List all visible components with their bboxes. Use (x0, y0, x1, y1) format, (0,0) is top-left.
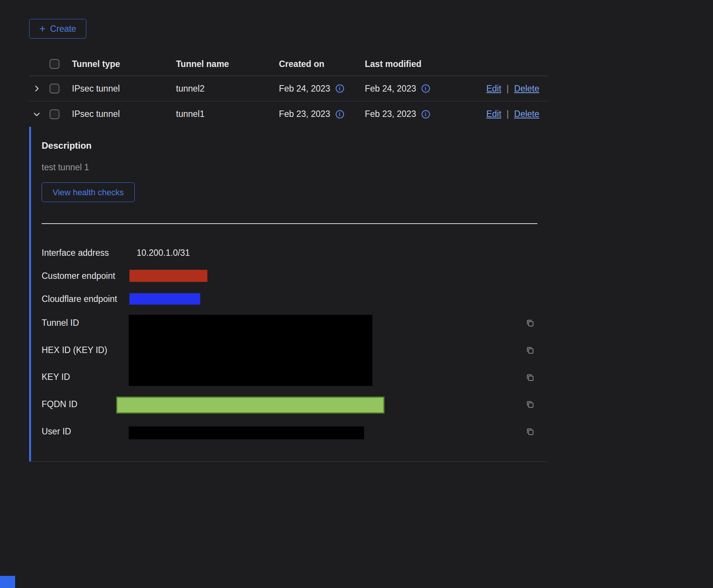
interface-address-value: 10.200.1.0/31 (137, 248, 190, 258)
tunnel-fields: Interface address 10.200.1.0/31 Customer… (42, 242, 538, 446)
tunnels-page: { "colors": { "background": "#1d1d1f", "… (0, 0, 713, 588)
column-header-last-modified: Last modified (365, 59, 548, 69)
user-id-label: User ID (42, 426, 71, 437)
cell-tunnel-name: tunnel1 (176, 109, 279, 119)
copy-icon[interactable] (525, 345, 535, 355)
created-on-value: Feb 23, 2023 (279, 109, 330, 119)
fqdn-id-redacted-value (116, 397, 385, 414)
info-icon[interactable]: i (336, 84, 344, 93)
description-value: test tunnel 1 (42, 162, 548, 173)
copy-icon[interactable] (525, 318, 535, 328)
chevron-down-icon[interactable] (33, 110, 41, 118)
cloudflare-endpoint-label: Cloudflare endpoint (42, 294, 117, 304)
action-separator: | (507, 109, 509, 119)
cell-created-on: Feb 23, 2023 i (279, 109, 365, 119)
column-header-created-on: Created on (279, 59, 365, 69)
plus-icon: + (39, 23, 45, 34)
create-button-label: Create (50, 24, 76, 34)
row-checkbox[interactable] (50, 109, 59, 119)
info-icon[interactable]: i (422, 110, 430, 118)
info-icon[interactable]: i (422, 84, 430, 93)
info-icon[interactable]: i (336, 110, 344, 118)
cell-actions: Edit | Delete (486, 84, 548, 94)
user-id-redacted-value (129, 426, 364, 439)
cell-actions: Edit | Delete (486, 109, 548, 119)
fqdn-id-label: FQDN ID (42, 399, 78, 409)
copy-icon[interactable] (525, 373, 535, 383)
tunnel-id-label: Tunnel ID (42, 318, 79, 328)
cell-tunnel-type: IPsec tunnel (72, 109, 176, 119)
last-modified-value: Feb 24, 2023 (365, 84, 416, 94)
customer-endpoint-redacted-value (129, 270, 207, 282)
action-separator: | (507, 84, 509, 94)
column-header-tunnel-name: Tunnel name (176, 59, 279, 69)
bottom-left-accent-fragment (0, 576, 15, 588)
edit-link[interactable]: Edit (486, 84, 501, 94)
delete-link[interactable]: Delete (514, 109, 539, 119)
last-modified-value: Feb 23, 2023 (365, 109, 416, 119)
cell-created-on: Feb 24, 2023 i (279, 84, 365, 94)
table-row: IPsec tunnel tunnel2 Feb 24, 2023 i Feb … (29, 76, 548, 101)
divider (42, 223, 537, 224)
column-header-tunnel-type: Tunnel type (72, 59, 176, 69)
delete-link[interactable]: Delete (514, 84, 539, 94)
main-content: + Create Tunnel type Tunnel name Created… (0, 0, 548, 462)
created-on-value: Feb 24, 2023 (279, 84, 330, 94)
tunnel-detail-panel: Description test tunnel 1 View health ch… (29, 127, 548, 462)
view-health-checks-button[interactable]: View health checks (42, 182, 135, 202)
chevron-right-icon[interactable] (33, 84, 41, 93)
interface-address-label: Interface address (42, 248, 109, 258)
create-button[interactable]: + Create (29, 19, 86, 39)
select-all-checkbox[interactable] (50, 59, 59, 69)
description-label: Description (42, 140, 548, 151)
cloudflare-endpoint-redacted-value (129, 293, 200, 305)
copy-icon[interactable] (525, 400, 535, 409)
row-checkbox[interactable] (50, 84, 59, 93)
key-id-label: KEY ID (42, 372, 70, 382)
ids-redacted-value (129, 315, 372, 386)
cell-last-modified: Feb 24, 2023 i (365, 84, 486, 94)
cell-tunnel-type: IPsec tunnel (72, 84, 176, 94)
cell-last-modified: Feb 23, 2023 i (365, 109, 486, 119)
copy-icon[interactable] (525, 427, 535, 437)
edit-link[interactable]: Edit (486, 109, 501, 119)
table-row: IPsec tunnel tunnel1 Feb 23, 2023 i Feb … (29, 101, 548, 127)
customer-endpoint-label: Customer endpoint (42, 271, 115, 281)
cell-tunnel-name: tunnel2 (176, 84, 279, 94)
table-header: Tunnel type Tunnel name Created on Last … (29, 52, 548, 76)
hex-id-label: HEX ID (KEY ID) (42, 345, 107, 355)
